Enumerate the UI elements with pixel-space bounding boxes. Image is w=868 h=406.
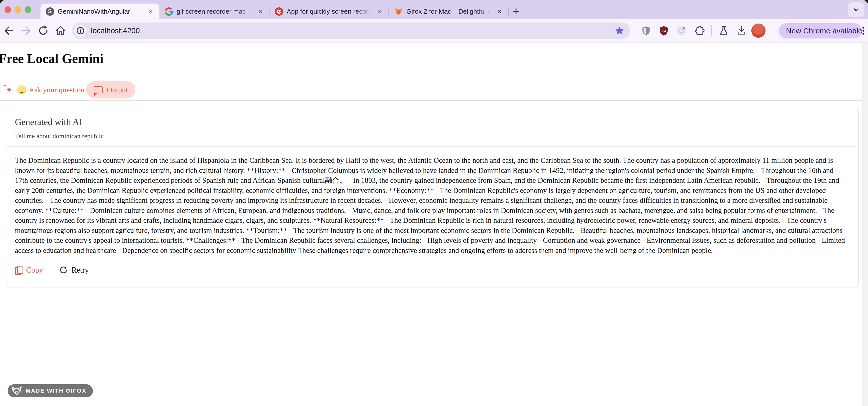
- toolbar-divider: [711, 25, 712, 36]
- tab-gifox[interactable]: Gifox 2 for Mac – Delightful G ×: [389, 4, 508, 19]
- reload-button[interactable]: [35, 23, 51, 38]
- tab-ask-question[interactable]: ✦✦ Ask your question: [4, 84, 85, 95]
- close-window-button[interactable]: [5, 6, 11, 13]
- red-chat-favicon: [275, 7, 283, 16]
- retry-button[interactable]: Retry: [59, 266, 89, 275]
- tab-search-button[interactable]: [848, 2, 864, 17]
- output-label: Output: [107, 86, 128, 94]
- browser-toolbar: localhost:4200 uO: [0, 19, 868, 42]
- chevron-down-icon: [852, 5, 860, 14]
- copy-icon: [15, 266, 23, 274]
- forward-arrow-icon: [20, 25, 32, 36]
- close-tab-icon[interactable]: ×: [495, 7, 504, 15]
- back-button[interactable]: [1, 23, 17, 38]
- card-title: Generated with AI: [15, 117, 851, 127]
- extensions-puzzle-icon[interactable]: [691, 23, 707, 38]
- gifox-badge[interactable]: MADE WITH GIFOX: [8, 384, 93, 397]
- speech-bubble-icon: [94, 86, 103, 93]
- fullscreen-window-button[interactable]: [25, 6, 31, 13]
- forward-button[interactable]: [18, 23, 34, 38]
- google-favicon: [164, 7, 173, 16]
- fox-favicon: [394, 7, 403, 16]
- ai-output-card: Generated with AI Tell me about dominica…: [7, 108, 859, 288]
- orbit-extension-icon[interactable]: [674, 23, 689, 38]
- close-tab-icon[interactable]: ×: [256, 7, 265, 15]
- window-controls: [0, 0, 40, 19]
- downloads-button[interactable]: [734, 23, 749, 38]
- copy-button[interactable]: Copy: [15, 266, 43, 275]
- home-button[interactable]: [53, 23, 68, 38]
- svg-text:uO: uO: [661, 29, 666, 33]
- page-content: Free Local Gemini ✦✦ Ask your question O…: [0, 43, 862, 406]
- chrome-update-label: New Chrome available: [786, 27, 862, 35]
- ask-question-label: Ask your question: [29, 86, 85, 94]
- retry-icon: [59, 266, 68, 274]
- chrome-labs-icon[interactable]: [716, 23, 732, 38]
- tab-strip: S GeminiNanoWithAngular × gif screen rec…: [0, 0, 868, 19]
- tab-gemini-app[interactable]: S GeminiNanoWithAngular ×: [40, 4, 159, 19]
- flask-icon: [718, 25, 729, 36]
- page-title: Free Local Gemini: [0, 51, 103, 66]
- reload-icon: [37, 25, 49, 36]
- profile-avatar[interactable]: [751, 24, 766, 38]
- ublock-icon[interactable]: uO: [656, 23, 672, 38]
- sparkles-icon: ✦✦: [4, 84, 15, 95]
- tab-title: Gifox 2 for Mac – Delightful G: [406, 8, 491, 15]
- chrome-update-button[interactable]: New Chrome available: [779, 23, 862, 38]
- tab-title: gif screen recorder mac - Goo: [177, 8, 252, 15]
- new-tab-button[interactable]: +: [509, 4, 523, 18]
- close-tab-icon[interactable]: ×: [146, 7, 155, 15]
- app-tab-bar: ✦✦ Ask your question Output: [0, 81, 85, 99]
- browser-menu-icon[interactable]: [862, 27, 864, 35]
- card-header: Generated with AI Tell me about dominica…: [7, 109, 858, 147]
- close-tab-icon[interactable]: ×: [375, 7, 384, 15]
- tab-google-search[interactable]: gif screen recorder mac - Goo ×: [159, 4, 269, 19]
- ai-answer-text: The Dominican Republic is a country loca…: [7, 147, 858, 255]
- download-icon: [736, 25, 747, 36]
- card-actions: Copy Retry: [7, 255, 858, 275]
- bookmark-star-icon[interactable]: [613, 24, 626, 37]
- minimize-window-button[interactable]: [15, 6, 21, 13]
- home-icon: [55, 25, 66, 36]
- page-scrollbar-gutter[interactable]: [862, 43, 868, 406]
- back-arrow-icon: [3, 25, 15, 36]
- tab-output[interactable]: Output: [86, 81, 135, 98]
- tab-title: GeminiNanoWithAngular: [58, 8, 143, 15]
- smiley-emoji-icon: [17, 85, 26, 94]
- fox-outline-icon: [11, 386, 22, 396]
- app-favicon: S: [45, 7, 54, 16]
- tab-title: App for quickly screen record: [287, 8, 372, 15]
- url-text[interactable]: localhost:4200: [91, 26, 613, 35]
- tab-bar-divider: [0, 100, 862, 101]
- extension-shield-icon[interactable]: [638, 23, 654, 38]
- gifox-badge-label: MADE WITH GIFOX: [26, 387, 86, 394]
- address-bar[interactable]: localhost:4200: [72, 23, 630, 39]
- user-question: Tell me about dominican republic: [15, 132, 851, 140]
- site-info-icon[interactable]: [74, 24, 87, 37]
- browser-window: S GeminiNanoWithAngular × gif screen rec…: [0, 0, 868, 406]
- tab-screen-record-app[interactable]: App for quickly screen record ×: [270, 4, 389, 19]
